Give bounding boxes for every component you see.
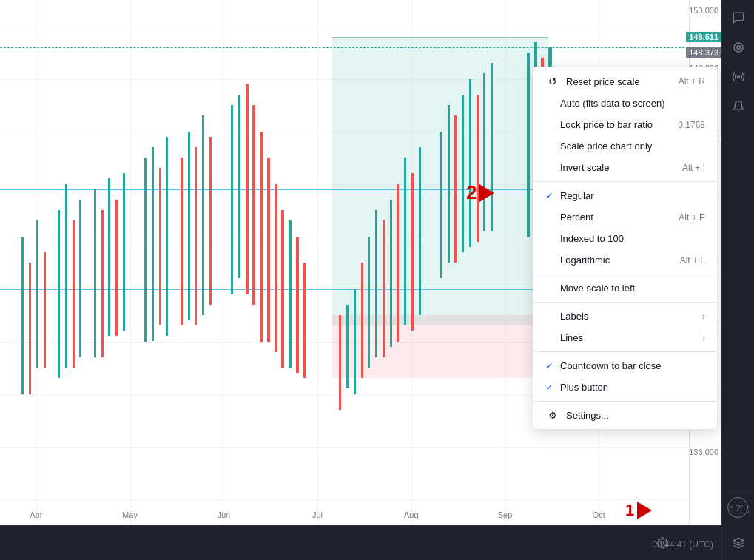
- menu-item-labels[interactable]: Labels ›: [533, 306, 717, 327]
- menu-divider-2: [533, 274, 717, 274]
- red-zone: [332, 315, 549, 378]
- menu-label-lines: Lines: [560, 332, 583, 343]
- price-label-136: 136.000: [689, 448, 718, 456]
- menu-item-scale-price-only[interactable]: Scale price chart only: [533, 135, 717, 157]
- menu-divider-1: [533, 181, 717, 182]
- sidebar-icon-broadcast[interactable]: [727, 65, 750, 89]
- menu-item-logarithmic[interactable]: Logarithmic Alt + L: [533, 249, 717, 271]
- menu-item-countdown-bar-close[interactable]: ✓ Countdown to bar close: [533, 355, 717, 377]
- menu-item-reset-price-scale[interactable]: ↺ Reset price scale Alt + R: [533, 70, 717, 92]
- check-countdown: ✓: [545, 360, 557, 371]
- lines-submenu-arrow: ›: [702, 333, 705, 343]
- menu-item-percent[interactable]: Percent Alt + P: [533, 206, 717, 228]
- sidebar-icon-alerts[interactable]: [727, 95, 750, 118]
- menu-label-auto: Auto (fits data to screen): [560, 98, 665, 109]
- annotation-1: 1: [625, 501, 652, 520]
- current-price-badge: 148.511: [686, 32, 721, 42]
- svg-point-2: [737, 76, 739, 78]
- menu-label-invert: Invert scale: [560, 162, 609, 173]
- candle-group-apr: [21, 237, 24, 394]
- labels-submenu-arrow: ›: [702, 311, 705, 322]
- check-plus: ✓: [545, 382, 557, 393]
- menu-label-labels: Labels: [560, 311, 588, 322]
- time-label-jun: Jun: [217, 510, 230, 519]
- menu-item-regular[interactable]: ✓ Regular: [533, 185, 717, 206]
- menu-label-lock: Lock price to bar ratio: [560, 119, 653, 130]
- time-label-jul: Jul: [312, 510, 323, 519]
- prev-close-badge: 148.373: [686, 47, 721, 58]
- time-label-aug: Aug: [404, 510, 419, 519]
- check-regular: ✓: [545, 190, 557, 201]
- arrow-icon-1: [637, 502, 652, 519]
- svg-point-1: [736, 46, 740, 50]
- menu-item-auto-fits[interactable]: Auto (fits data to screen): [533, 92, 717, 114]
- arrow-icon-2: [479, 184, 494, 202]
- right-sidebar: [721, 0, 754, 525]
- menu-item-settings[interactable]: ⚙ Settings...: [533, 405, 717, 426]
- help-button[interactable]: ?: [727, 497, 748, 518]
- time-display: 00:44:41 (UTC): [652, 539, 713, 550]
- menu-item-lock-price[interactable]: Lock price to bar ratio 0.1768: [533, 114, 717, 135]
- menu-item-lines[interactable]: Lines ›: [533, 327, 717, 348]
- bottom-toolbar: 00:44:41 (UTC): [0, 525, 754, 560]
- menu-divider-3: [533, 302, 717, 303]
- shortcut-log: Alt + L: [680, 255, 705, 266]
- menu-label-indexed: Indexed to 100: [560, 233, 624, 244]
- settings-icon: ⚙: [545, 410, 560, 421]
- menu-item-invert-scale[interactable]: Invert scale Alt + I: [533, 157, 717, 178]
- context-menu: ↺ Reset price scale Alt + R Auto (fits d…: [533, 67, 718, 430]
- price-label-150: 150.000: [689, 6, 718, 15]
- menu-label-scale-only: Scale price chart only: [560, 141, 652, 152]
- menu-label-settings: Settings...: [566, 410, 609, 421]
- layers-button[interactable]: [728, 533, 749, 553]
- sidebar-icon-light[interactable]: [727, 36, 750, 59]
- menu-item-move-scale-left[interactable]: Move scale to left: [533, 277, 717, 299]
- menu-label-log: Logarithmic: [560, 254, 610, 266]
- menu-label-percent: Percent: [560, 212, 593, 223]
- shortcut-invert: Alt + I: [682, 163, 705, 173]
- time-label-oct: Oct: [593, 510, 605, 519]
- svg-marker-4: [733, 538, 743, 543]
- lock-value: 0.1768: [678, 120, 705, 130]
- menu-divider-4: [533, 351, 717, 352]
- menu-label-move-left: Move scale to left: [560, 283, 635, 294]
- annotation-2: 2: [466, 181, 494, 204]
- menu-item-indexed-100[interactable]: Indexed to 100: [533, 228, 717, 249]
- menu-label-reset: Reset price scale: [566, 76, 640, 87]
- reset-icon: ↺: [545, 75, 560, 87]
- time-label-sep: Sep: [498, 510, 513, 519]
- time-label-may: May: [122, 510, 138, 519]
- shortcut-percent: Alt + P: [679, 212, 705, 223]
- menu-item-plus-button[interactable]: ✓ Plus button: [533, 377, 717, 398]
- shortcut-reset: Alt + R: [679, 76, 705, 87]
- menu-label-countdown: Countdown to bar close: [560, 360, 662, 371]
- menu-label-plus: Plus button: [560, 382, 608, 393]
- menu-label-regular: Regular: [560, 190, 594, 201]
- svg-point-0: [734, 43, 743, 52]
- menu-divider-5: [533, 401, 717, 402]
- time-label-apr: Apr: [30, 510, 42, 519]
